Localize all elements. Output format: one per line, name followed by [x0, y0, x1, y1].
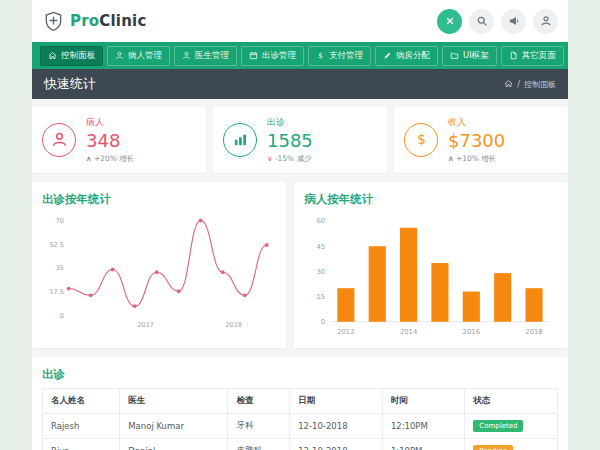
app-container: ProClinic 控制面板病人管理医生管理出诊管理$支付管理病房分配UI框架其… — [32, 0, 568, 450]
visits-table-panel: 出诊 名人姓名医生检查日期时间状态RajeshManoj Kumar牙科12-1… — [32, 357, 568, 450]
nav-item-label: 支付管理 — [329, 50, 363, 62]
fullscreen-toggle-button[interactable] — [437, 9, 462, 34]
table-cell: Manoj Kumar — [120, 413, 228, 438]
nav-item-label: 控制面板 — [61, 50, 95, 62]
breadcrumb-current[interactable]: 控制面板 — [524, 79, 556, 90]
svg-text:0: 0 — [321, 318, 325, 326]
column-header: 状态 — [465, 388, 558, 413]
nav-item-1[interactable]: 病人管理 — [107, 46, 170, 66]
stat-trend: ∨ -15% 减少 — [267, 154, 313, 164]
nav-item-5[interactable]: 病房分配 — [375, 46, 438, 66]
logo[interactable]: ProClinic — [42, 10, 147, 33]
status-badge: Completed — [473, 420, 523, 432]
trend-up-icon: ∧ — [448, 154, 456, 163]
line-chart-title: 出诊按年统计 — [42, 192, 276, 207]
charts-row: 出诊按年统计 017.53552.57020172018 病人按年统计 0153… — [32, 182, 568, 348]
home-icon[interactable] — [504, 79, 513, 90]
brand-name: ProClinic — [70, 12, 147, 30]
trend-text: +10% 增长 — [456, 154, 496, 163]
nav-item-0[interactable]: 控制面板 — [40, 46, 103, 66]
header-actions — [437, 9, 558, 34]
table-title: 出诊 — [42, 367, 558, 382]
svg-text:2012: 2012 — [337, 328, 354, 336]
trend-text: +20% 增长 — [94, 154, 134, 163]
nav-item-label: 其它页面 — [522, 50, 556, 62]
stat-label: 病人 — [86, 116, 134, 129]
bar-chart: 0153045602012201420162018 — [304, 211, 558, 338]
svg-text:2018: 2018 — [225, 321, 241, 329]
column-header: 名人姓名 — [43, 388, 120, 413]
table-header-row: 名人姓名医生检查日期时间状态 — [43, 388, 558, 413]
svg-text:0: 0 — [60, 312, 64, 320]
stat-value: 348 — [86, 131, 134, 151]
svg-text:52.5: 52.5 — [49, 240, 63, 248]
nav-item-3[interactable]: 出诊管理 — [241, 46, 304, 66]
person-icon — [182, 51, 191, 60]
dollar-icon: $ — [316, 51, 325, 60]
column-header: 医生 — [120, 388, 228, 413]
svg-text:$: $ — [318, 51, 323, 60]
main-nav: 控制面板病人管理医生管理出诊管理$支付管理病房分配UI框架其它页面 — [32, 42, 568, 69]
breadcrumb-separator: / — [517, 80, 520, 89]
stat-card-2: $收入$7300∧ +10% 增长 — [394, 107, 568, 173]
table-cell: 1:10PM — [382, 438, 464, 450]
svg-text:17.5: 17.5 — [49, 288, 63, 296]
dollar-circle-icon: $ — [404, 123, 438, 157]
stat-value: 1585 — [267, 131, 313, 151]
expand-icon — [444, 15, 456, 27]
home-icon — [48, 51, 57, 60]
file-icon — [509, 51, 518, 60]
table-row: RiyaDaniel皮肤科12-10-20181:10PMPending — [43, 438, 558, 450]
calendar-icon — [249, 51, 258, 60]
folder-icon — [450, 51, 459, 60]
nav-item-label: 医生管理 — [195, 50, 229, 62]
table-row: RajeshManoj Kumar牙科12-10-201812:10PMComp… — [43, 413, 558, 438]
column-header: 检查 — [228, 388, 290, 413]
nav-item-label: 出诊管理 — [262, 50, 296, 62]
table-cell-status: Completed — [465, 413, 558, 438]
stat-card-0: 病人348∧ +20% 增长 — [32, 107, 206, 173]
bar-chart-panel: 病人按年统计 0153045602012201420162018 — [294, 182, 568, 348]
svg-text:2016: 2016 — [463, 328, 480, 336]
table-cell: Daniel — [120, 438, 228, 450]
person-icon — [115, 51, 124, 60]
svg-text:60: 60 — [317, 217, 326, 225]
status-badge: Pending — [473, 445, 513, 450]
column-header: 日期 — [290, 388, 383, 413]
search-button[interactable] — [469, 9, 494, 34]
nav-item-label: 病人管理 — [128, 50, 162, 62]
nav-item-label: 病房分配 — [396, 50, 430, 62]
brand-clinic: Clinic — [99, 12, 146, 30]
line-chart: 017.53552.57020172018 — [42, 211, 276, 331]
search-icon — [476, 15, 488, 27]
page-title-bar: 快速统计 / 控制面板 — [32, 69, 568, 99]
nav-item-7[interactable]: 其它页面 — [501, 46, 564, 66]
announcements-button[interactable] — [501, 9, 526, 34]
shield-plus-icon — [42, 10, 65, 33]
stat-trend: ∧ +20% 增长 — [86, 154, 134, 164]
nav-item-label: UI框架 — [463, 50, 489, 62]
table-cell: 牙科 — [228, 413, 290, 438]
svg-text:2014: 2014 — [400, 328, 417, 336]
breadcrumb-home-icon — [504, 79, 513, 88]
visits-table: 名人姓名医生检查日期时间状态RajeshManoj Kumar牙科12-10-2… — [42, 388, 558, 450]
app-header: ProClinic — [32, 0, 568, 42]
nav-item-2[interactable]: 医生管理 — [174, 46, 237, 66]
nav-item-6[interactable]: UI框架 — [442, 46, 497, 66]
stat-card-1: 出诊1585∨ -15% 减少 — [213, 107, 387, 173]
bars-circle-icon — [223, 123, 257, 157]
table-cell: 皮肤科 — [228, 438, 290, 450]
svg-text:70: 70 — [56, 217, 64, 225]
stat-value: $7300 — [448, 131, 505, 151]
profile-button[interactable] — [533, 9, 558, 34]
table-cell: 12-10-2018 — [290, 438, 383, 450]
stat-trend: ∧ +10% 增长 — [448, 154, 505, 164]
table-cell: Riya — [43, 438, 120, 450]
svg-text:15: 15 — [317, 293, 326, 301]
column-header: 时间 — [382, 388, 464, 413]
trend-up-icon: ∧ — [86, 154, 94, 163]
nav-item-4[interactable]: $支付管理 — [308, 46, 371, 66]
line-chart-panel: 出诊按年统计 017.53552.57020172018 — [32, 182, 286, 348]
stat-label: 出诊 — [267, 116, 313, 129]
table-cell: 12:10PM — [382, 413, 464, 438]
